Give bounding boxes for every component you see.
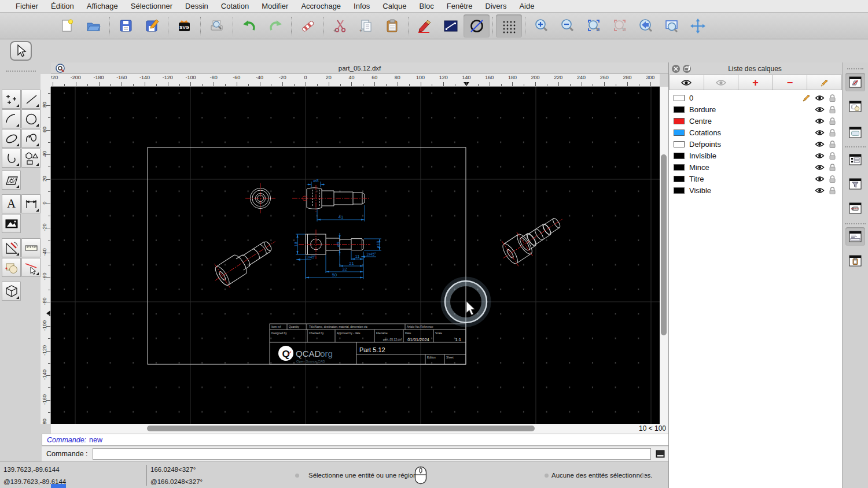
polyline-tool-button[interactable]	[2, 149, 21, 168]
linetype-button[interactable]	[437, 14, 464, 38]
horizontal-scrollbar[interactable]: 10 < 100	[51, 424, 668, 434]
redo-button[interactable]	[262, 14, 288, 38]
menu-item[interactable]: Modifier	[255, 0, 295, 13]
layers-panel-title[interactable]: Liste des calques	[691, 65, 819, 73]
layer-lock-icon[interactable]	[826, 129, 838, 136]
modify-tool-button[interactable]	[2, 238, 21, 257]
layer-visibility-icon[interactable]	[813, 130, 826, 136]
save-as-button[interactable]	[139, 14, 165, 38]
menu-item[interactable]: Fenêtre	[440, 0, 479, 13]
measure-tool-button[interactable]	[21, 238, 41, 257]
drawing-canvas[interactable]: ø8 41	[51, 87, 660, 424]
new-file-button[interactable]	[54, 14, 80, 38]
undo-button[interactable]	[236, 14, 262, 38]
edit-layer-button[interactable]	[807, 75, 842, 90]
menu-item[interactable]: Cotation	[215, 0, 255, 13]
selection-filter-dock-button[interactable]	[845, 175, 865, 193]
svg-export-button[interactable]: SVG	[171, 14, 197, 38]
zoom-selection-button[interactable]	[606, 14, 632, 38]
layer-visibility-icon[interactable]	[813, 118, 826, 124]
text-tool-button[interactable]: A	[2, 194, 21, 213]
spline-tool-button[interactable]	[21, 129, 41, 148]
layer-visibility-icon[interactable]	[813, 106, 826, 113]
layer-lock-icon[interactable]	[826, 175, 838, 183]
save-button[interactable]	[113, 14, 139, 38]
line-tool-button[interactable]	[21, 90, 41, 109]
menu-item[interactable]: Divers	[479, 0, 513, 13]
pan-button[interactable]	[685, 14, 711, 38]
layer-row[interactable]: Titre	[669, 173, 842, 184]
grid-toggle-button[interactable]	[496, 14, 522, 38]
menu-item[interactable]: Édition	[45, 0, 80, 13]
hatch-tool-button[interactable]	[2, 171, 21, 190]
circle-tool-button[interactable]	[21, 109, 41, 128]
command-panel-toggle-button[interactable]	[654, 449, 666, 459]
menu-item[interactable]: Affichage	[80, 0, 124, 13]
layer-lock-icon[interactable]	[826, 152, 838, 160]
zoom-window-button[interactable]	[659, 14, 685, 38]
boolean-tool-button[interactable]	[2, 258, 21, 277]
layer-lock-icon[interactable]	[826, 94, 838, 102]
panel-float-button[interactable]	[683, 65, 691, 73]
layer-row[interactable]: Cotations	[669, 127, 842, 138]
view-list-dock-button[interactable]	[845, 123, 865, 142]
menu-item[interactable]: Sélectionner	[124, 0, 179, 13]
delete-button[interactable]	[295, 14, 321, 38]
menu-item[interactable]: Calque	[376, 0, 413, 13]
image-tool-button[interactable]	[2, 214, 21, 233]
menu-item[interactable]: Fichier	[9, 0, 45, 13]
vertical-scrollbar[interactable]	[660, 87, 668, 424]
horizontal-scrollbar-thumb[interactable]	[147, 426, 535, 431]
layer-row[interactable]: Defpoints	[669, 138, 842, 150]
remove-layer-button[interactable]: −	[773, 75, 808, 90]
menu-item[interactable]: Dessin	[179, 0, 215, 13]
layer-visibility-icon[interactable]	[813, 141, 826, 147]
block-list-dock-button[interactable]	[845, 97, 865, 116]
document-tab-title[interactable]: part_05.12.dxf	[51, 62, 668, 74]
hide-all-layers-button[interactable]	[704, 75, 739, 90]
draw-color-button[interactable]	[411, 14, 437, 38]
panel-close-button[interactable]	[672, 65, 680, 73]
menu-item[interactable]: Aide	[513, 0, 540, 13]
selection-pointer-button[interactable]	[10, 41, 32, 61]
cut-button[interactable]: +	[327, 14, 353, 38]
layer-lock-icon[interactable]	[826, 117, 838, 125]
property-editor-dock-button[interactable]	[845, 150, 865, 169]
layer-row[interactable]: 0	[669, 92, 842, 103]
paste-button[interactable]	[379, 14, 405, 38]
layer-lock-icon[interactable]	[826, 106, 838, 113]
print-preview-button[interactable]	[204, 14, 230, 38]
open-file-button[interactable]	[80, 14, 106, 38]
layer-row[interactable]: Centre	[669, 115, 842, 127]
shape-tool-button[interactable]	[21, 149, 41, 168]
library-browser-dock-button[interactable]	[845, 199, 865, 217]
zoom-previous-button[interactable]	[632, 14, 659, 38]
layer-visibility-icon[interactable]	[813, 164, 826, 171]
layer-visibility-icon[interactable]	[813, 153, 826, 159]
arc-tool-button[interactable]	[2, 109, 21, 128]
add-layer-button[interactable]: +	[738, 75, 773, 90]
layer-lock-icon[interactable]	[826, 164, 838, 171]
layer-row[interactable]: Invisible	[669, 150, 842, 161]
layer-lock-icon[interactable]	[826, 187, 838, 194]
layer-row[interactable]: Visible	[669, 184, 842, 196]
layer-lock-icon[interactable]	[826, 141, 838, 148]
viewport-3d-tool-button[interactable]	[2, 282, 21, 301]
layer-visibility-icon[interactable]	[813, 176, 826, 182]
point-tool-button[interactable]	[2, 90, 21, 109]
layer-visibility-icon[interactable]	[813, 95, 826, 101]
layer-row[interactable]: Mince	[669, 161, 842, 173]
vertical-scrollbar-thumb[interactable]	[661, 154, 667, 335]
layer-list-dock-button[interactable]	[845, 73, 865, 91]
layer-visibility-icon[interactable]	[813, 187, 826, 194]
dimension-tool-button[interactable]	[21, 194, 41, 213]
zoom-out-button[interactable]	[554, 14, 580, 38]
clipboard-dock-button[interactable]	[845, 252, 865, 270]
command-input[interactable]	[93, 448, 651, 460]
layer-row[interactable]: Bordure	[669, 103, 842, 115]
copy-button[interactable]: +	[353, 14, 379, 38]
zoom-in-button[interactable]	[528, 14, 554, 38]
menu-item[interactable]: Accrochage	[295, 0, 347, 13]
menu-item[interactable]: Infos	[347, 0, 376, 13]
command-line-dock-button[interactable]	[845, 227, 865, 246]
